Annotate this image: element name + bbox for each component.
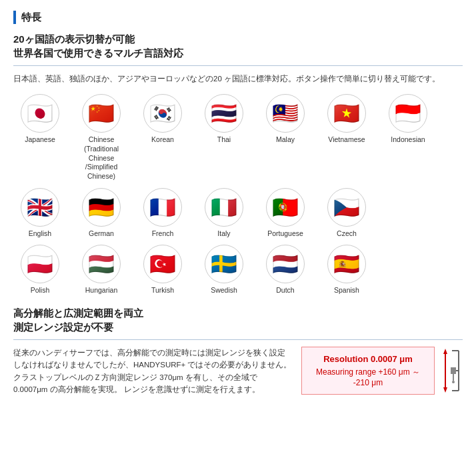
flag-circle: 🇩🇪: [82, 188, 121, 227]
flag-label: Polish: [31, 286, 50, 295]
flag-label: English: [29, 229, 51, 239]
flag-item: 🇬🇧English: [13, 188, 67, 239]
flag-item: 🇮🇩Indonesian: [381, 94, 435, 145]
flag-item: 🇮🇹Italy: [197, 188, 251, 239]
divider1: [13, 65, 463, 66]
flag-label: Japanese: [25, 135, 55, 145]
svg-marker-1: [443, 349, 447, 354]
flag-label: Spanish: [334, 286, 359, 295]
flag-circle: 🇵🇹: [266, 188, 305, 227]
flag-circle: 🇪🇸: [327, 245, 366, 283]
flag-item: 🇹🇭Thai: [197, 94, 251, 145]
flag-item: 🇫🇷French: [136, 188, 189, 239]
resolution-range: Measuring range +160 μm ～ -210 μm: [311, 367, 425, 387]
flag-circle: 🇫🇷: [143, 188, 182, 227]
flag-item: 🇵🇹Portuguese: [259, 188, 312, 239]
resolution-box: Resolution 0.0007 μm Measuring range +16…: [301, 347, 435, 395]
section-bar-icon: [13, 11, 16, 24]
flag-item: 🇯🇵Japanese: [13, 94, 67, 145]
flag-circle: 🇹🇷: [143, 245, 182, 283]
flag-label: Hungarian: [85, 286, 117, 295]
flag-item: 🇪🇸Spanish: [320, 245, 373, 295]
flag-label: French: [152, 229, 174, 239]
divider2: [13, 339, 463, 340]
flag-label: Vietnamese: [328, 135, 365, 145]
flag-item: 🇭🇺Hungarian: [75, 245, 128, 295]
flag-label: Italy: [217, 229, 230, 239]
flag-label: Turkish: [151, 286, 174, 295]
flag-item: 🇨🇿Czech: [320, 188, 373, 239]
flag-label: Chinese (Traditional Chinese /Simplified…: [75, 135, 128, 181]
flag-item: 🇳🇱Dutch: [259, 245, 312, 295]
flag-item: 🇰🇷Korean: [136, 94, 189, 145]
section-title: 特長: [21, 11, 41, 24]
feature2-desc: 従来のハンディサーフでは、高分解能での測定時には測定レンジを狭く設定しなければな…: [13, 347, 292, 396]
flag-circle: 🇬🇧: [21, 188, 59, 227]
feature2-heading-main: 高分解能と広測定範囲を両立: [13, 307, 463, 320]
section-header: 特長: [13, 11, 463, 24]
flag-item: 🇻🇳Vietnamese: [320, 94, 373, 145]
flags-row-1: 🇯🇵Japanese🇨🇳Chinese (Traditional Chinese…: [13, 94, 463, 181]
flag-label: Swedish: [211, 286, 237, 295]
flag-label: Indonesian: [391, 135, 425, 145]
feature2-block: 高分解能と広測定範囲を両立 測定レンジ設定が不要 従来のハンディサーフでは、高分…: [13, 307, 463, 396]
flag-label: Malay: [276, 135, 295, 145]
feature1-heading-main: 20ヶ国語の表示切替が可能: [13, 33, 463, 46]
flag-label: German: [89, 229, 114, 239]
flag-item: 🇩🇪German: [75, 188, 128, 239]
flag-label: Czech: [337, 229, 357, 239]
svg-point-9: [452, 381, 455, 383]
flag-circle: 🇨🇳: [82, 94, 121, 133]
flag-label: Thai: [217, 135, 231, 145]
flag-circle: 🇯🇵: [21, 94, 59, 133]
feature2-heading-sub: 測定レンジ設定が不要: [13, 321, 463, 334]
resolution-title: Resolution 0.0007 μm: [311, 354, 425, 364]
flag-circle: 🇰🇷: [143, 94, 182, 133]
flag-circle: 🇵🇱: [21, 245, 59, 283]
flag-item: 🇨🇳Chinese (Traditional Chinese /Simplifi…: [75, 94, 128, 181]
svg-marker-2: [443, 387, 447, 393]
flag-circle: 🇨🇿: [327, 188, 366, 227]
feature1-desc: 日本語、英語、独語のほか、アジアやヨーロッパなどの20 ヶ国語に標準対応。ボタン…: [13, 73, 463, 85]
flag-item: 🇸🇪Swedish: [197, 245, 251, 295]
flag-circle: 🇸🇪: [205, 245, 243, 283]
flag-label: Portuguese: [267, 229, 303, 239]
flag-label: Korean: [151, 135, 174, 145]
flag-label: Dutch: [276, 286, 294, 295]
svg-rect-7: [451, 367, 456, 374]
flags-row-2: 🇬🇧English🇩🇪German🇫🇷French🇮🇹Italy🇵🇹Portug…: [13, 188, 463, 239]
flags-grid: 🇯🇵Japanese🇨🇳Chinese (Traditional Chinese…: [13, 94, 463, 295]
flag-item: 🇹🇷Turkish: [136, 245, 189, 295]
flag-circle: 🇲🇾: [266, 94, 305, 133]
flag-circle: 🇻🇳: [327, 94, 366, 133]
feature2-content: 従来のハンディサーフでは、高分解能での測定時には測定レンジを狭く設定しなければな…: [13, 347, 463, 396]
feature1-block: 20ヶ国語の表示切替が可能 世界各国で使用できるマルチ言語対応 日本語、英語、独…: [13, 33, 463, 295]
page-container: 特長 20ヶ国語の表示切替が可能 世界各国で使用できるマルチ言語対応 日本語、英…: [0, 0, 476, 476]
flag-circle: 🇮🇹: [205, 188, 243, 227]
feature1-heading-sub: 世界各国で使用できるマルチ言語対応: [13, 47, 463, 60]
flag-circle: 🇮🇩: [389, 94, 427, 133]
flags-row-3: 🇵🇱Polish🇭🇺Hungarian🇹🇷Turkish🇸🇪Swedish🇳🇱D…: [13, 245, 463, 295]
flag-circle: 🇭🇺: [82, 245, 121, 283]
flag-item: 🇲🇾Malay: [259, 94, 312, 145]
diagram-icon: [439, 347, 463, 394]
flag-item: 🇵🇱Polish: [13, 245, 67, 295]
flag-circle: 🇳🇱: [266, 245, 305, 283]
flag-circle: 🇹🇭: [205, 94, 243, 133]
